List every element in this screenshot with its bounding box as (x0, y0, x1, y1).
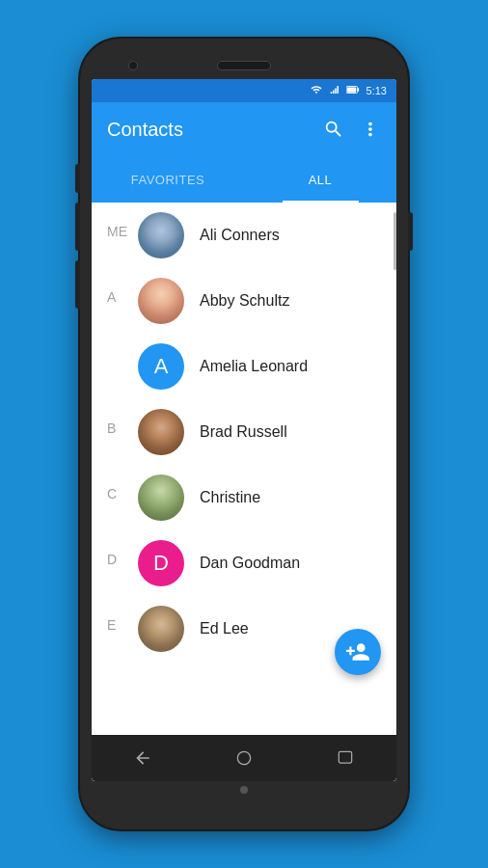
list-item[interactable]: A Amelia Leonard (92, 334, 396, 399)
avatar (138, 212, 184, 258)
section-label: D (107, 540, 138, 567)
add-person-icon (345, 639, 370, 665)
status-icons: 5:13 (310, 82, 387, 99)
contact-name: Ali Conners (200, 227, 280, 244)
list-item[interactable]: A Abby Schultz (92, 268, 396, 334)
volume-up-button (75, 164, 80, 193)
wifi-icon (310, 82, 323, 99)
svg-rect-4 (339, 751, 352, 763)
phone-screen: 5:13 Contacts FAVORITES ALL (92, 79, 396, 781)
avatar-initial: A (154, 354, 169, 379)
section-label: C (107, 475, 138, 502)
contact-name: Amelia Leonard (200, 358, 308, 375)
battery-icon (346, 82, 360, 99)
mute-button (75, 260, 80, 309)
search-button[interactable] (323, 119, 344, 140)
tab-all[interactable]: ALL (244, 156, 396, 203)
contact-list[interactable]: ME Ali Conners A Abby Schultz A Amelia L… (92, 203, 396, 735)
app-bar-icons (323, 119, 381, 140)
add-contact-fab[interactable] (335, 629, 381, 675)
app-bar: Contacts (92, 102, 396, 156)
contact-name: Dan Goodman (200, 555, 300, 572)
tab-favorites-label: FAVORITES (131, 173, 205, 187)
avatar (138, 278, 184, 324)
section-label: ME (107, 212, 138, 239)
section-label: B (107, 409, 138, 436)
svg-point-3 (237, 751, 250, 764)
home-button[interactable] (223, 737, 265, 779)
list-item[interactable]: ME Ali Conners (92, 203, 396, 268)
volume-down-button (75, 203, 80, 251)
avatar (138, 409, 184, 455)
status-time: 5:13 (366, 85, 387, 96)
back-button[interactable] (122, 737, 164, 779)
status-bar: 5:13 (92, 79, 396, 102)
recents-button[interactable] (324, 737, 366, 779)
tabs: FAVORITES ALL (92, 156, 396, 203)
avatar (138, 606, 184, 652)
avatar-initial: D (153, 551, 169, 576)
bottom-nav (92, 735, 396, 781)
home-indicator (240, 786, 248, 794)
avatar: A (138, 343, 184, 390)
phone-bottom (92, 781, 396, 799)
power-button (408, 212, 413, 251)
list-item[interactable]: B Brad Russell (92, 399, 396, 465)
more-options-button[interactable] (360, 119, 381, 140)
contact-name: Christine (200, 489, 260, 506)
phone-frame: 5:13 Contacts FAVORITES ALL (80, 39, 408, 829)
earpiece (217, 61, 271, 70)
list-item[interactable]: C Christine (92, 465, 396, 530)
svg-rect-1 (346, 87, 355, 92)
contact-name: Ed Lee (200, 620, 249, 637)
section-label: A (107, 278, 138, 305)
phone-top (92, 52, 396, 79)
contact-name: Abby Schultz (200, 292, 289, 310)
signal-icon (328, 82, 341, 99)
contact-name: Brad Russell (200, 423, 287, 441)
front-camera (128, 61, 138, 70)
tab-favorites[interactable]: FAVORITES (92, 156, 244, 203)
svg-rect-2 (357, 88, 358, 92)
app-title: Contacts (107, 119, 323, 141)
tab-all-label: ALL (309, 173, 333, 187)
section-label (107, 343, 138, 355)
avatar: D (138, 540, 184, 586)
avatar (138, 475, 184, 521)
section-label: E (107, 606, 138, 633)
list-item[interactable]: D D Dan Goodman (92, 530, 396, 596)
